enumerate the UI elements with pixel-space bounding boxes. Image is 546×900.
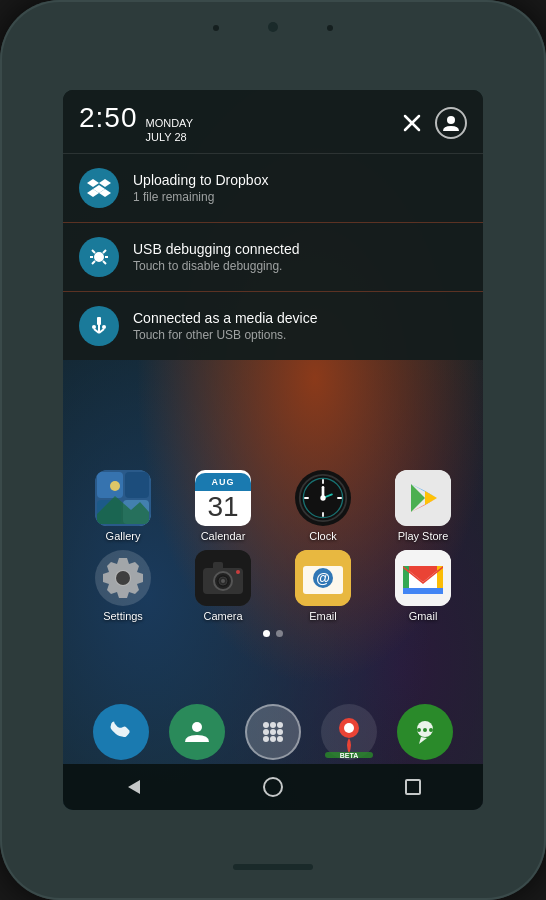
svg-point-52 bbox=[221, 579, 225, 583]
app-email[interactable]: @ Email bbox=[283, 550, 363, 622]
usb-debug-notif-desc: Touch to disable debugging. bbox=[133, 259, 467, 273]
recents-icon bbox=[402, 776, 424, 798]
status-icons bbox=[401, 107, 467, 139]
svg-line-10 bbox=[103, 250, 106, 253]
notification-dropbox[interactable]: Uploading to Dropbox 1 file remaining bbox=[63, 154, 483, 223]
app-drawer-icon bbox=[258, 717, 288, 747]
play-store-icon bbox=[395, 470, 451, 526]
usb-media-notif-text: Connected as a media device Touch for ot… bbox=[133, 310, 467, 342]
dropbox-icon bbox=[87, 177, 111, 199]
svg-point-2 bbox=[447, 116, 455, 124]
usb-icon bbox=[88, 315, 110, 337]
dropbox-notif-icon bbox=[79, 168, 119, 208]
gmail-icon bbox=[395, 550, 451, 606]
sensor-dot bbox=[327, 25, 333, 31]
usb-debug-notif-text: USB debugging connected Touch to disable… bbox=[133, 241, 467, 273]
app-camera[interactable]: Camera bbox=[183, 550, 263, 622]
settings-icon bbox=[95, 550, 151, 606]
svg-point-70 bbox=[277, 729, 283, 735]
calendar-header: AUG bbox=[195, 473, 251, 491]
svg-line-14 bbox=[103, 261, 106, 264]
app-settings[interactable]: Settings bbox=[83, 550, 163, 622]
svg-point-73 bbox=[277, 736, 283, 742]
dock-phone[interactable] bbox=[93, 704, 149, 760]
calendar-icon: AUG 31 bbox=[195, 470, 251, 526]
svg-rect-23 bbox=[125, 472, 149, 498]
camera-icon bbox=[195, 550, 251, 606]
svg-rect-85 bbox=[406, 780, 420, 794]
email-icon: @ bbox=[295, 550, 351, 606]
svg-marker-83 bbox=[128, 780, 140, 794]
svg-rect-62 bbox=[403, 588, 443, 594]
svg-point-20 bbox=[102, 325, 106, 329]
dock-maps[interactable]: BETA bbox=[321, 704, 377, 760]
back-icon bbox=[122, 776, 144, 798]
date-area: MONDAY JULY 28 bbox=[146, 116, 193, 145]
account-button[interactable] bbox=[435, 107, 467, 139]
svg-point-36 bbox=[320, 495, 325, 500]
usb-media-notif-title: Connected as a media device bbox=[133, 310, 467, 326]
clock-face-icon bbox=[298, 473, 348, 523]
dock-app-drawer[interactable] bbox=[245, 704, 301, 760]
day-label: MONDAY bbox=[146, 116, 193, 130]
speaker bbox=[233, 864, 313, 870]
contacts-icon bbox=[181, 716, 213, 748]
home-button[interactable] bbox=[253, 767, 293, 807]
svg-point-82 bbox=[429, 728, 433, 732]
usb-media-notif-desc: Touch for other USB options. bbox=[133, 328, 467, 342]
clock-label: Clock bbox=[309, 530, 337, 542]
close-notifications-button[interactable] bbox=[401, 112, 423, 134]
status-bar: 2:50 MONDAY JULY 28 bbox=[63, 90, 483, 153]
phone-icon bbox=[106, 717, 136, 747]
email-label: Email bbox=[309, 610, 337, 622]
notification-usb-media[interactable]: Connected as a media device Touch for ot… bbox=[63, 292, 483, 360]
dock-messenger[interactable] bbox=[397, 704, 453, 760]
settings-gear-icon bbox=[95, 550, 151, 606]
gmail-img-icon bbox=[395, 550, 451, 606]
page-indicator bbox=[73, 630, 473, 637]
svg-point-67 bbox=[277, 722, 283, 728]
svg-text:BETA: BETA bbox=[340, 752, 359, 759]
svg-point-71 bbox=[263, 736, 269, 742]
bug-icon bbox=[87, 245, 111, 269]
gallery-label: Gallery bbox=[106, 530, 141, 542]
app-dock: BETA bbox=[63, 704, 483, 760]
phone-screen: 2:50 MONDAY JULY 28 bbox=[63, 90, 483, 810]
usb-debug-notif-title: USB debugging connected bbox=[133, 241, 467, 257]
app-grid: Gallery AUG 31 Calendar bbox=[63, 470, 483, 647]
time-area: 2:50 MONDAY JULY 28 bbox=[79, 102, 193, 145]
svg-point-44 bbox=[116, 571, 130, 585]
svg-rect-50 bbox=[213, 562, 223, 570]
svg-marker-4 bbox=[99, 179, 111, 187]
usb-debug-notif-icon bbox=[79, 237, 119, 277]
app-play-store[interactable]: Play Store bbox=[383, 470, 463, 542]
notification-usb-debug[interactable]: USB debugging connected Touch to disable… bbox=[63, 223, 483, 292]
app-calendar[interactable]: AUG 31 Calendar bbox=[183, 470, 263, 542]
app-clock[interactable]: Clock bbox=[283, 470, 363, 542]
account-icon bbox=[441, 113, 461, 133]
app-gmail[interactable]: Gmail bbox=[383, 550, 463, 622]
app-gallery[interactable]: Gallery bbox=[83, 470, 163, 542]
back-button[interactable] bbox=[113, 767, 153, 807]
svg-point-76 bbox=[344, 723, 354, 733]
svg-point-81 bbox=[423, 728, 427, 732]
svg-point-64 bbox=[192, 722, 202, 732]
date-label: JULY 28 bbox=[146, 130, 193, 144]
play-store-label: Play Store bbox=[398, 530, 449, 542]
svg-point-68 bbox=[263, 729, 269, 735]
notifications-list: Uploading to Dropbox 1 file remaining bbox=[63, 153, 483, 360]
app-row-2: Settings bbox=[73, 550, 473, 622]
navigation-bar bbox=[63, 764, 483, 810]
speaker-dot bbox=[213, 25, 219, 31]
calendar-label: Calendar bbox=[201, 530, 246, 542]
maps-icon: BETA bbox=[321, 704, 377, 760]
recents-button[interactable] bbox=[393, 767, 433, 807]
dropbox-notif-desc: 1 file remaining bbox=[133, 190, 467, 204]
svg-point-66 bbox=[270, 722, 276, 728]
dock-contacts[interactable] bbox=[169, 704, 225, 760]
svg-text:@: @ bbox=[316, 570, 330, 586]
dropbox-notif-title: Uploading to Dropbox bbox=[133, 172, 467, 188]
svg-marker-3 bbox=[87, 179, 99, 187]
email-img-icon: @ bbox=[295, 550, 351, 606]
svg-point-80 bbox=[417, 728, 421, 732]
